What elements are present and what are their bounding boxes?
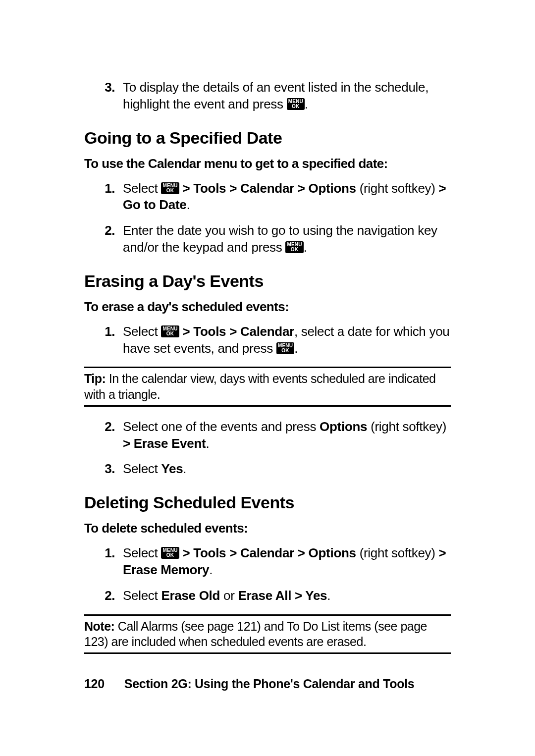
list-item: 1. Select MENUOK > Tools > Calendar > Op… — [84, 545, 451, 579]
step-number: 1. — [84, 545, 123, 579]
text: . — [327, 588, 330, 603]
menu-ok-icon: MENUOK — [276, 342, 294, 354]
menu-ok-icon: MENUOK — [161, 182, 179, 194]
note-box: Note: Call Alarms (see page 121) and To … — [84, 614, 451, 654]
text: Enter the date you wish to go to using t… — [123, 223, 437, 255]
step-number: 3. — [84, 461, 123, 478]
delete-steps: 1. Select MENUOK > Tools > Calendar > Op… — [84, 545, 451, 604]
list-item: 3. To display the details of an event li… — [84, 79, 451, 113]
bold-text: > Tools > Calendar > Options — [179, 181, 356, 196]
section-label: Section 2G: Using the Phone's Calendar a… — [124, 677, 415, 691]
bold-text: Erase All > Yes — [238, 588, 327, 603]
text: . — [304, 240, 307, 255]
bold-text: > Tools > Calendar > Options — [179, 545, 356, 560]
text: (right softkey) — [356, 181, 439, 196]
text: Select — [123, 545, 161, 560]
text: Select one of the events and press — [123, 419, 320, 434]
step-number: 2. — [84, 588, 123, 604]
intro-step-list: 3. To display the details of an event li… — [84, 79, 451, 113]
heading-delete-scheduled: Deleting Scheduled Events — [84, 491, 451, 513]
menu-ok-icon: MENUOK — [161, 547, 179, 559]
text: Select — [123, 324, 161, 339]
erase-step1: 1. Select MENUOK > Tools > Calendar, sel… — [84, 324, 451, 357]
step-number: 2. — [84, 222, 123, 256]
subhead-delete: To delete scheduled events: — [84, 520, 451, 537]
text: . — [294, 341, 298, 356]
step-number: 1. — [84, 180, 123, 214]
note-label: Note: — [84, 619, 114, 633]
step-body: Select one of the events and press Optio… — [123, 419, 451, 452]
text: Select — [123, 181, 161, 196]
list-item: 1. Select MENUOK > Tools > Calendar, sel… — [84, 324, 451, 357]
step-body: Select MENUOK > Tools > Calendar > Optio… — [123, 180, 451, 214]
manual-page: 3. To display the details of an event li… — [0, 0, 535, 756]
text: . — [305, 97, 308, 111]
text: To display the details of an event liste… — [123, 80, 428, 111]
list-item: 1. Select MENUOK > Tools > Calendar > Op… — [84, 180, 451, 214]
step-number: 1. — [84, 324, 123, 357]
heading-erase-day: Erasing a Day's Events — [84, 270, 451, 292]
bold-text: Options — [320, 419, 367, 434]
list-item: 2. Enter the date you wish to go to usin… — [84, 222, 451, 256]
bold-text: > Tools > Calendar — [179, 324, 294, 339]
list-item: 2. Select one of the events and press Op… — [84, 419, 451, 452]
text: . — [183, 461, 186, 476]
page-footer: 120Section 2G: Using the Phone's Calenda… — [84, 676, 414, 692]
step-number: 2. — [84, 419, 123, 452]
goto-steps: 1. Select MENUOK > Tools > Calendar > Op… — [84, 180, 451, 256]
list-item: 2. Select Erase Old or Erase All > Yes. — [84, 588, 451, 604]
step-body: To display the details of an event liste… — [123, 79, 451, 113]
tip-text: In the calendar view, days with events s… — [84, 372, 436, 401]
list-item: 3. Select Yes. — [84, 461, 451, 478]
page-number: 120 — [84, 677, 105, 691]
text: (right softkey) — [367, 419, 446, 434]
text: . — [209, 562, 213, 577]
bold-text: > Erase Event — [123, 436, 206, 451]
text: . — [186, 197, 190, 212]
step-body: Select Yes. — [123, 461, 451, 478]
heading-goto-date: Going to a Specified Date — [84, 127, 451, 149]
note-text: Call Alarms (see page 121) and To Do Lis… — [84, 619, 427, 648]
step-body: Select MENUOK > Tools > Calendar > Optio… — [123, 545, 451, 579]
text: Select — [123, 461, 161, 476]
text: Select — [123, 588, 161, 603]
menu-ok-icon: MENUOK — [285, 241, 303, 253]
bold-text: Yes — [161, 461, 183, 476]
text: (right softkey) — [356, 545, 439, 560]
menu-ok-icon: MENUOK — [161, 325, 179, 337]
step-body: Enter the date you wish to go to using t… — [123, 222, 451, 256]
menu-ok-icon: MENUOK — [287, 98, 305, 110]
bold-text: Erase Old — [161, 588, 220, 603]
step-body: Select MENUOK > Tools > Calendar, select… — [123, 324, 451, 357]
tip-label: Tip: — [84, 372, 106, 385]
step-number: 3. — [84, 79, 123, 113]
step-body: Select Erase Old or Erase All > Yes. — [123, 588, 451, 604]
text: or — [220, 588, 238, 603]
tip-box: Tip: In the calendar view, days with eve… — [84, 367, 451, 407]
erase-steps-cont: 2. Select one of the events and press Op… — [84, 419, 451, 478]
text: . — [206, 436, 209, 451]
subhead-goto: To use the Calendar menu to get to a spe… — [84, 156, 451, 172]
subhead-erase: To erase a day's scheduled events: — [84, 299, 451, 316]
